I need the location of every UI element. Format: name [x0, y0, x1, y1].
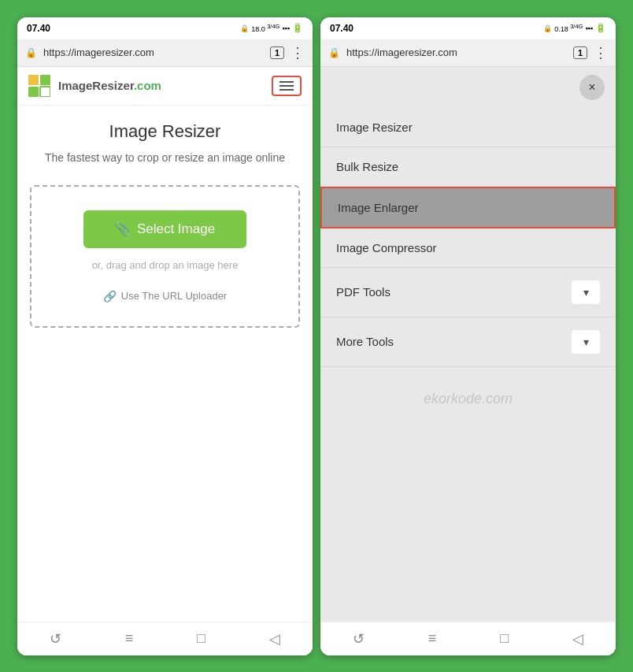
phone-left: 07.40 🔒 18.0 3/4G ▪▪▪ 🔋 🔒 https://imager…	[17, 17, 313, 655]
nav-back-left[interactable]: ↺	[50, 630, 61, 648]
close-menu-button[interactable]: ×	[579, 75, 605, 100]
status-icons-right: 🔒 0.18 3/4G ▪▪▪ 🔋	[543, 23, 606, 33]
menu-item-bulk-resize[interactable]: Bulk Resize	[320, 147, 616, 187]
status-icons-left: 🔒 18.0 3/4G ▪▪▪ 🔋	[240, 23, 303, 33]
nav-menu-left[interactable]: ≡	[125, 630, 134, 648]
browser-menu-dots-right[interactable]: ⋮	[594, 44, 608, 61]
signal-data-icon: 🔒	[240, 24, 249, 32]
nav-recent-left[interactable]: ◁	[269, 630, 280, 648]
browser-menu-dots-left[interactable]: ⋮	[291, 44, 305, 61]
page-title: Image Resizer	[109, 121, 221, 142]
svg-rect-2	[28, 87, 39, 97]
svg-rect-1	[40, 75, 50, 85]
upload-area[interactable]: 📎 Select Image or, drag and drop an imag…	[30, 185, 300, 328]
logo-text-left: ImageResizer.com	[58, 79, 161, 92]
menu-item-more-tools[interactable]: More Tools ▾	[320, 317, 616, 367]
app-header-left: ImageResizer.com	[17, 67, 313, 106]
hamburger-line-2	[279, 85, 294, 87]
nav-home-right[interactable]: □	[500, 630, 509, 648]
url-text-left: https://imageresizer.com	[43, 46, 264, 58]
menu-item-pdf-tools[interactable]: PDF Tools ▾	[320, 268, 616, 317]
menu-close-row: ×	[320, 67, 616, 108]
status-time-right: 07.40	[330, 23, 354, 34]
nav-back-right[interactable]: ↺	[353, 630, 365, 648]
status-bar-left: 07.40 🔒 18.0 3/4G ▪▪▪ 🔋	[17, 17, 313, 39]
main-content-left: Image Resizer The fastest way to crop or…	[17, 106, 313, 622]
drag-drop-text: or, drag and drop an image here	[92, 259, 239, 271]
network-icon: 18.0 3/4G	[251, 23, 279, 33]
lock-icon-right: 🔒	[328, 47, 340, 58]
nav-home-left[interactable]: □	[197, 630, 205, 648]
nav-menu-right[interactable]: ≡	[428, 630, 437, 648]
tab-counter-left[interactable]: 1	[270, 46, 284, 59]
svg-rect-0	[28, 75, 39, 85]
hamburger-line-3	[279, 89, 294, 91]
signal-bars-icon: ▪▪▪	[282, 24, 290, 32]
menu-item-image-resizer[interactable]: Image Resizer	[320, 108, 616, 147]
menu-item-image-compressor[interactable]: Image Compressor	[320, 228, 616, 268]
signal-bars-icon-right: ▪▪▪	[585, 24, 593, 32]
logo-icon-left	[28, 75, 50, 97]
signal-data-icon-right: 🔒	[543, 24, 552, 32]
tab-counter-right[interactable]: 1	[573, 46, 587, 59]
hamburger-line-1	[279, 81, 294, 83]
address-bar-left[interactable]: 🔒 https://imageresizer.com 1 ⋮	[17, 39, 313, 67]
bottom-nav-right: ↺ ≡ □ ◁	[320, 622, 616, 655]
battery-icon-right: 🔋	[595, 23, 606, 33]
menu-item-image-enlarger[interactable]: Image Enlarger	[320, 187, 616, 228]
url-text-right: https://imageresizer.com	[346, 46, 567, 58]
nav-recent-right[interactable]: ◁	[572, 630, 583, 648]
battery-icon-left: 🔋	[292, 23, 303, 33]
address-bar-right[interactable]: 🔒 https://imageresizer.com 1 ⋮	[320, 39, 616, 67]
status-bar-right: 07.40 🔒 0.18 3/4G ▪▪▪ 🔋	[320, 17, 616, 39]
lock-icon-left: 🔒	[25, 47, 37, 58]
status-time-left: 07.40	[27, 23, 50, 34]
bottom-nav-left: ↺ ≡ □ ◁	[17, 622, 313, 655]
paperclip-icon: 📎	[115, 221, 131, 236]
hamburger-button[interactable]	[272, 76, 302, 96]
url-uploader-link[interactable]: 🔗 Use The URL Uploader	[103, 290, 227, 303]
phone-right: 07.40 🔒 0.18 3/4G ▪▪▪ 🔋 🔒 https://imager…	[320, 17, 616, 655]
network-icon-right: 0.18 3/4G	[554, 23, 583, 33]
svg-rect-3	[40, 87, 50, 97]
link-icon: 🔗	[103, 290, 117, 303]
menu-panel: × Image Resizer Bulk Resize Image Enlarg…	[320, 67, 616, 622]
pdf-tools-dropdown-arrow[interactable]: ▾	[572, 280, 600, 304]
select-image-button[interactable]: 📎 Select Image	[83, 210, 246, 248]
page-subtitle: The fastest way to crop or resize an ima…	[45, 150, 285, 166]
watermark: ekorkode.com	[320, 367, 616, 415]
more-tools-dropdown-arrow[interactable]: ▾	[572, 330, 600, 354]
